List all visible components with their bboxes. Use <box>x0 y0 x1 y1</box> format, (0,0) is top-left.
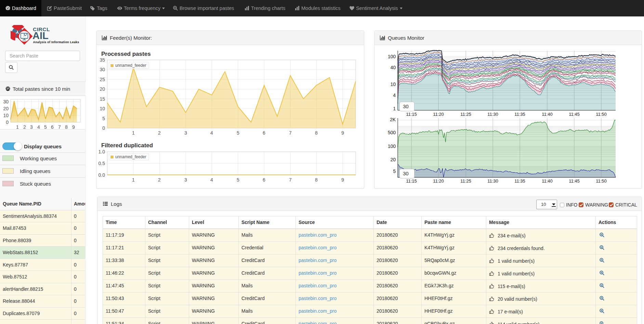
svg-text:Analysis of Information Leaks: Analysis of Information Leaks <box>33 40 79 44</box>
svg-text:AIL: AIL <box>32 30 49 41</box>
